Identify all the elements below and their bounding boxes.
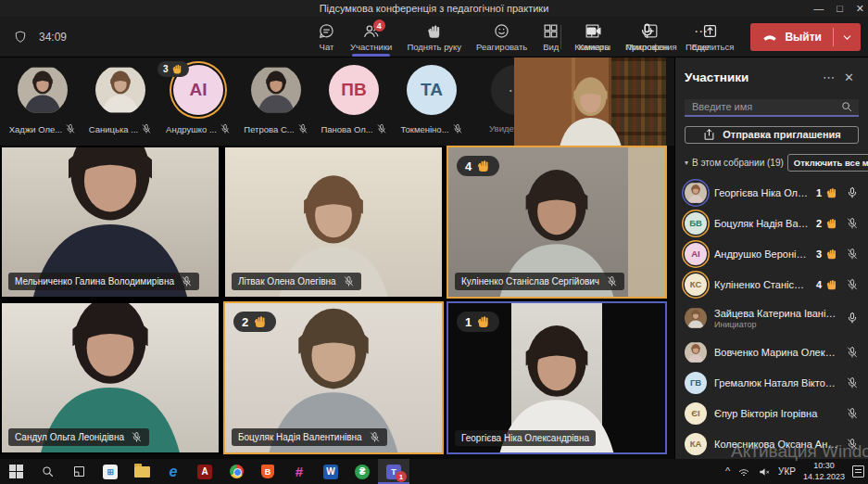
maximize-button[interactable]: □ [837,3,843,14]
filmstrip-item[interactable]: Петрова С... [246,65,306,134]
participant-name: Боцуляк Надія Валенти... [714,218,809,229]
search-input[interactable] [690,100,840,113]
chat-label: Чат [320,42,334,52]
security-shield-icon [13,30,28,45]
microphone-button[interactable]: Микрофон [619,22,676,52]
teams-notification-badge: 1 [396,471,407,482]
mic-muted-icon [376,123,387,134]
participant-name: Єпур Вікторія Ігорівна [714,408,838,419]
camera-icon [585,22,603,40]
participant-row[interactable]: КС Куліненко Станіслав Се... 4 [685,269,859,299]
mic-muted-icon [181,275,193,287]
section-label: В этом собрании (19) [692,158,784,168]
keyboard-language[interactable]: УКР [778,466,796,477]
minimize-button[interactable]: — [813,3,824,14]
video-tile[interactable]: Літвак Олена Олегівна [223,146,444,299]
microphone-label: Микрофон [626,42,669,52]
task-view-button[interactable] [63,459,94,484]
mic-muted-icon[interactable] [846,248,859,261]
file-explorer-icon[interactable] [126,459,157,484]
panel-more-button[interactable]: ⋯ [818,70,839,84]
leave-button[interactable]: Выйти [750,23,833,51]
chat-icon [318,22,335,40]
title-bar: Підсумкова конференція з педагогічної пр… [0,0,868,17]
participant-name: Літвак Олена Олегівна [238,276,336,287]
participant-name: Андрушко ... [166,124,217,134]
participant-row[interactable]: Зайцева Катерина Іванівна Инициатор [685,299,859,337]
hand-order-number: 3 [816,248,822,260]
invite-button[interactable]: Отправка приглашения [685,126,859,144]
react-button[interactable]: Реагировать [469,17,535,57]
hand-icon [253,314,268,329]
participant-row[interactable]: ЄІ Єпур Вікторія Ігорівна [685,398,859,428]
host-video-thumbnail[interactable] [514,57,666,146]
participants-panel: Участники ⋯ ✕ Отправка приглашения ▾ В э… [674,57,868,459]
chrome-app-icon[interactable] [220,459,252,484]
raised-hand-badge: 2 [233,312,276,332]
mic-muted-icon[interactable] [846,217,859,230]
hash-icon: # [296,464,303,479]
edge-browser-icon: e [170,464,178,480]
filmstrip-item[interactable]: ПВ Панова Ол... [324,65,384,134]
panel-title: Участники [685,70,818,84]
participant-row[interactable]: Вовченко Марина Олександрів... [685,337,859,367]
brave-app-icon[interactable]: B [252,459,283,484]
filmstrip-item[interactable]: Саницька ... [91,65,150,134]
meeting-title: Підсумкова конференція з педагогічної пр… [0,3,868,14]
participant-row[interactable]: ГВ Гремалюк Наталя Вікторівна [685,367,859,398]
mic-muted-icon[interactable] [846,278,859,291]
network-icon[interactable] [737,465,750,478]
video-tile[interactable]: 4 Куліненко Станіслав Сергійович [447,146,667,299]
filmstrip-item[interactable]: Хаджи Оле... [13,65,72,134]
participant-name: Зайцева Катерина Іванівна [714,308,838,319]
video-tile[interactable]: Сандул Ольга Леонідівна [0,301,220,454]
speaker-muted-icon[interactable] [758,465,771,478]
participant-row[interactable]: Георгієва Ніка Олексан... 1 [685,177,859,208]
share-screen-icon [701,22,719,40]
show-hidden-icons-button[interactable]: ^ [725,466,730,477]
mic-on-icon[interactable] [846,312,859,325]
participant-name: Куліненко Станіслав Сергійович [461,276,599,287]
video-tile[interactable]: 1 Георгієва Ніка Олександрівна [447,301,667,454]
participant-row[interactable]: АІ Андрушко Вероніка Іго... 3 [685,238,859,269]
mic-muted-icon[interactable] [846,376,859,389]
section-chevron-icon[interactable]: ▾ [685,159,688,167]
smiley-icon [493,22,510,40]
video-tile[interactable]: Мельниченко Галина Володимирівна [0,146,220,299]
mic-muted-icon [452,123,463,134]
mic-muted-icon[interactable] [846,346,859,359]
taskbar-search-button[interactable] [31,459,63,484]
acrobat-app-icon[interactable]: A [189,459,220,484]
filmstrip-item[interactable]: ТА Токменіно... [402,65,461,134]
mic-muted-icon[interactable] [846,438,859,451]
filmstrip-item[interactable]: 3 АІ Андрушко ... [169,65,228,134]
camera-button[interactable]: Камера [571,22,616,52]
teams-app-icon[interactable]: T 1 [378,459,409,484]
chat-button[interactable]: Чат [310,17,343,57]
word-app-icon[interactable]: W [315,459,346,484]
share-screen-button[interactable]: Поделиться [678,22,741,52]
mic-muted-icon [369,431,381,443]
video-tile[interactable]: 2 Боцуляк Надія Валентинівна [223,301,444,454]
taskbar-clock[interactable]: 10:30 14.12.2023 [803,461,845,482]
leave-label: Выйти [785,31,822,44]
leave-options-button[interactable] [834,23,861,51]
close-button[interactable]: ✕ [856,3,864,15]
start-button[interactable] [0,459,31,484]
participant-row[interactable]: КА Колесникова Оксана Анатоліївна [685,428,859,459]
mute-all-button[interactable]: Отключить все мик... [787,154,868,172]
edge-app-icon[interactable]: e [157,459,189,484]
panel-close-button[interactable]: ✕ [839,70,859,84]
hash-app-icon[interactable]: # [283,459,315,484]
action-center-icon[interactable] [852,465,864,478]
mic-on-icon[interactable] [846,186,859,199]
participant-name: Георгієва Ніка Олексан... [714,187,809,198]
participant-row[interactable]: БВ Боцуляк Надія Валенти... 2 [685,208,859,238]
store-app-icon[interactable]: ⊞ [94,459,126,484]
raise-hand-button[interactable]: Поднять руку [399,17,469,57]
green-app-icon[interactable]: ₴ [346,459,378,484]
participants-button[interactable]: 4 Участники [343,17,399,57]
task-view-icon [72,465,86,478]
mic-muted-icon[interactable] [846,407,859,420]
hand-order-number: 4 [816,279,822,290]
